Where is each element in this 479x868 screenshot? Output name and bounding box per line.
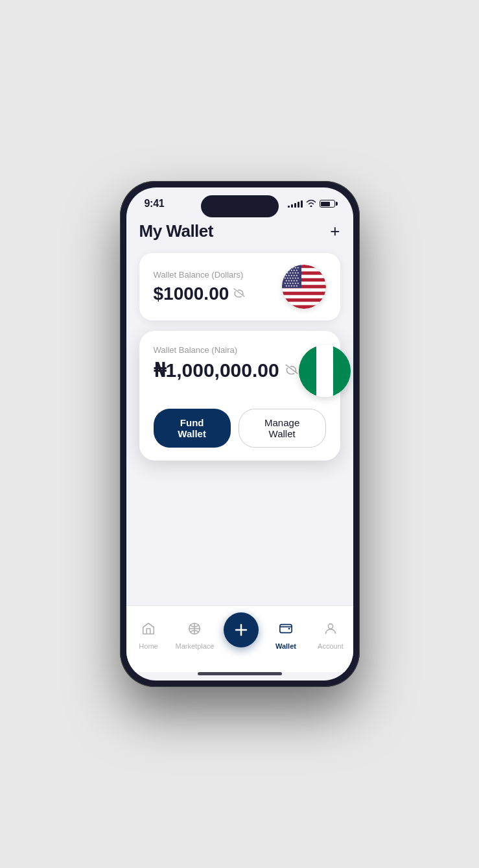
battery-icon: [320, 200, 335, 208]
nav-home[interactable]: Home: [131, 621, 167, 650]
manage-wallet-button[interactable]: Manage Wallet: [239, 409, 326, 448]
svg-rect-4: [282, 288, 326, 291]
main-content: My Wallet + Wallet Balance (Dollars) $10…: [126, 215, 353, 605]
nav-marketplace-label: Marketplace: [176, 642, 215, 650]
svg-rect-24: [316, 345, 333, 397]
svg-rect-5: [282, 295, 326, 298]
empty-content-area: [139, 461, 340, 605]
naira-balance-amount: ₦1,000,000.00: [154, 359, 299, 381]
page-header: My Wallet +: [139, 215, 340, 253]
phone-screen: 9:41: [126, 187, 353, 681]
fund-wallet-button[interactable]: Fund Wallet: [154, 409, 231, 448]
dollar-balance-label: Wallet Balance (Dollars): [154, 270, 246, 280]
svg-text:★★★★★: ★★★★★: [285, 284, 298, 287]
add-wallet-button[interactable]: +: [330, 221, 340, 241]
naira-flag-circle: [299, 345, 351, 397]
svg-point-27: [328, 624, 333, 629]
dollar-balance-amount: $1000.00: [154, 283, 246, 304]
bottom-navigation: Home Marketplace: [126, 605, 353, 672]
status-icons: [288, 199, 335, 208]
svg-rect-6: [282, 302, 326, 305]
nav-account-label: Account: [318, 642, 344, 650]
dollar-hide-balance-icon[interactable]: [233, 287, 246, 300]
home-indicator: [198, 672, 282, 675]
wallet-icon: [279, 621, 293, 640]
page-title: My Wallet: [139, 221, 213, 241]
nav-home-label: Home: [139, 642, 158, 650]
dynamic-island: [201, 195, 279, 217]
nav-wallet[interactable]: Wallet: [268, 621, 303, 650]
dollar-flag-circle: ★★★★★★ ★★★★★ ★★★★★★ ★★★★★ ★★★★★★ ★★★★★ ★…: [282, 265, 326, 309]
center-plus-button[interactable]: [224, 612, 259, 647]
phone-frame: 9:41: [120, 181, 360, 687]
naira-wallet-card: Wallet Balance (Naira) ₦1,000,000.00: [139, 331, 340, 461]
nav-marketplace[interactable]: Marketplace: [176, 621, 215, 650]
svg-rect-23: [333, 345, 351, 397]
naira-hide-balance-icon[interactable]: [285, 363, 299, 378]
naira-balance-label: Wallet Balance (Naira): [154, 345, 299, 355]
status-time: 9:41: [145, 198, 165, 210]
nav-account[interactable]: Account: [312, 621, 348, 650]
svg-rect-22: [299, 345, 316, 397]
wallet-action-buttons: Fund Wallet Manage Wallet: [154, 409, 326, 448]
marketplace-icon: [187, 621, 202, 640]
account-icon: [323, 621, 338, 640]
nav-add-button[interactable]: [223, 612, 259, 659]
signal-icon: [288, 200, 303, 208]
dollar-wallet-card: Wallet Balance (Dollars) $1000.00: [139, 253, 340, 320]
home-icon: [141, 621, 156, 640]
nav-wallet-label: Wallet: [275, 642, 296, 650]
wifi-icon: [306, 199, 316, 208]
